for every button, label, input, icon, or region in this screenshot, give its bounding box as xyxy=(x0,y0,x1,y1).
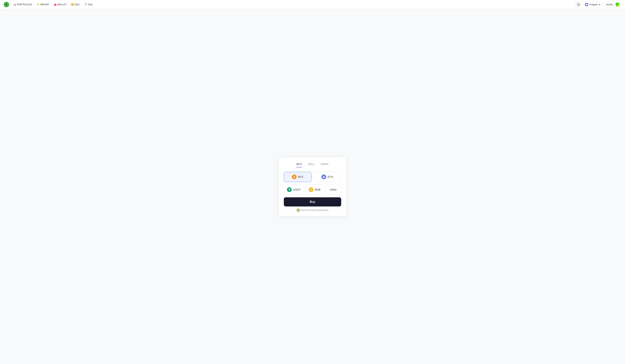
gear-icon xyxy=(577,3,580,6)
tab-sell[interactable]: SELL xyxy=(308,163,315,168)
btc-icon: ₿ xyxy=(292,174,297,179)
logo[interactable] xyxy=(4,2,9,7)
nav-wallet-label: WALLET xyxy=(57,3,67,6)
crypto-row-2: ₮ USDT ⬡ BNB Other xyxy=(284,185,341,195)
svg-point-1 xyxy=(6,4,7,5)
eth-icon: ◆ xyxy=(321,174,326,179)
bnb-icon: ⬡ xyxy=(309,187,313,192)
usdt-icon: ₮ xyxy=(287,187,292,192)
tab-buy[interactable]: BUY xyxy=(296,163,302,168)
nav-portfolios[interactable]: 📊 PORTFOLIOS xyxy=(11,2,34,7)
bnb-button[interactable]: ⬡ BNB xyxy=(306,185,324,195)
svg-marker-2 xyxy=(586,4,588,5)
bnb-label: BNB xyxy=(315,188,320,191)
secure-text-row: ✅ Secure & fast transactions xyxy=(284,209,341,212)
tab-swap[interactable]: SWAP xyxy=(320,163,329,168)
buy-sell-swap-card: BUY SELL SWAP ₿ BTC ◆ ETH ₮ USDT ⬡ BNB xyxy=(279,157,346,216)
import-icon: 📁 xyxy=(36,3,39,6)
network-selector[interactable]: Polygon ▾ xyxy=(583,2,602,7)
wallet-avatar xyxy=(616,3,619,6)
nav-import-label: IMPORT xyxy=(40,3,49,6)
nav-import[interactable]: 📁 IMPORT xyxy=(35,2,51,7)
secure-text: Secure & fast transactions xyxy=(301,209,329,211)
navbar-right: Polygon ▾ 0x29a... xyxy=(575,2,621,7)
shield-check-icon: ✅ xyxy=(297,209,300,212)
crypto-row-1: ₿ BTC ◆ ETH xyxy=(284,172,341,182)
buy-button[interactable]: Buy xyxy=(284,197,341,206)
portfolios-icon: 📊 xyxy=(13,3,16,6)
wallet-address[interactable]: 0x29a... xyxy=(604,2,621,7)
usdt-label: USDT xyxy=(293,188,301,191)
nav-wallet[interactable]: 👛 WALLET xyxy=(52,2,69,7)
wallet-icon: 👛 xyxy=(54,3,57,6)
tab-bar: BUY SELL SWAP xyxy=(284,163,341,168)
other-button[interactable]: Other xyxy=(325,185,341,195)
settings-button[interactable] xyxy=(575,2,581,7)
network-label: Polygon xyxy=(589,3,598,6)
nav-faq[interactable]: ❓ FAQ xyxy=(82,2,94,7)
nav-dex-label: DEX xyxy=(75,3,80,6)
wallet-address-text: 0x29a... xyxy=(606,3,615,6)
eth-button[interactable]: ◆ ETH xyxy=(313,172,341,182)
main-content: BUY SELL SWAP ₿ BTC ◆ ETH ₮ USDT ⬡ BNB xyxy=(0,0,625,364)
navbar-left: 📊 PORTFOLIOS 📁 IMPORT 👛 WALLET 🔀 DEX ❓ F… xyxy=(4,2,94,7)
faq-icon: ❓ xyxy=(84,3,87,6)
nav-dex[interactable]: 🔀 DEX xyxy=(69,2,82,7)
eth-label: ETH xyxy=(328,175,333,178)
dex-icon: 🔀 xyxy=(71,3,74,6)
nav-portfolios-label: PORTFOLIOS xyxy=(17,3,32,6)
btc-button[interactable]: ₿ BTC xyxy=(284,172,312,182)
usdt-button[interactable]: ₮ USDT xyxy=(284,185,304,195)
polygon-icon xyxy=(585,3,588,6)
nav-faq-label: FAQ xyxy=(88,3,93,6)
other-label: Other xyxy=(330,188,337,191)
btc-label: BTC xyxy=(298,175,304,178)
chevron-down-icon: ▾ xyxy=(599,3,600,6)
navbar: 📊 PORTFOLIOS 📁 IMPORT 👛 WALLET 🔀 DEX ❓ F… xyxy=(0,0,625,9)
